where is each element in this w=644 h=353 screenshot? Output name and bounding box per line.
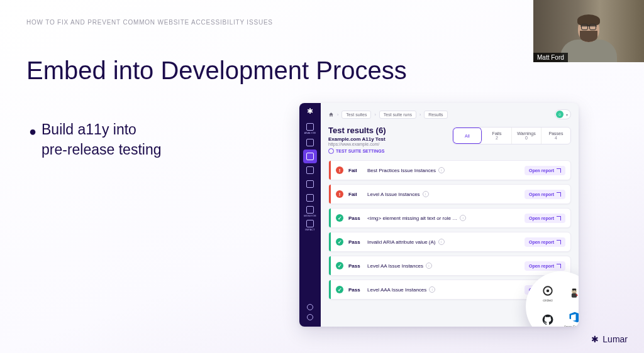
status-edge	[329, 161, 331, 180]
tab-count: 0	[525, 136, 528, 140]
check-icon: ✓	[336, 214, 343, 222]
check-icon: ✓	[336, 286, 343, 293]
status-edge	[329, 280, 331, 299]
sidebar-item[interactable]: IMPACT	[303, 219, 317, 232]
avatar: ☺	[556, 111, 564, 118]
info-icon[interactable]: i	[438, 239, 445, 245]
status-label: Pass	[348, 287, 367, 293]
gear-icon	[328, 148, 334, 154]
filter-tab[interactable]: Fails2	[482, 128, 512, 144]
status-label: Pass	[348, 239, 367, 245]
open-report-label: Open report	[529, 192, 554, 197]
tab-label: Fails	[492, 131, 502, 136]
sidebar-item-label: MONITOR	[304, 214, 316, 217]
status-edge	[329, 232, 331, 251]
open-report-button[interactable]: Open report	[525, 261, 565, 271]
external-link-icon	[557, 192, 561, 197]
sidebar-item-icon	[306, 123, 314, 131]
integration-logo	[568, 287, 579, 300]
app-main: › Test suites › Test suite runs › Result…	[321, 103, 579, 327]
test-name: Example.com A11y Test	[328, 136, 386, 142]
result-title: Invalid ARIA attribute value (A)i	[367, 239, 525, 245]
bullet-line-1: Build a11y into	[42, 119, 162, 139]
integration-logo: circleci	[541, 285, 554, 302]
presenter-webcam: Matt Ford	[533, 0, 644, 62]
tab-count: 4	[555, 136, 557, 140]
test-results-list: !FailBest Practices Issue InstancesiOpen…	[328, 160, 571, 300]
open-report-button[interactable]: Open report	[525, 166, 565, 175]
status-label: Fail	[348, 192, 367, 197]
bullet-line-2: pre-release testing	[42, 139, 162, 160]
sidebar-item[interactable]: ANALYZE	[303, 122, 317, 136]
check-icon: ✓	[336, 262, 343, 269]
sidebar-item-icon	[306, 194, 314, 202]
open-report-button[interactable]: Open report	[525, 190, 565, 199]
info-icon[interactable]: i	[429, 286, 435, 293]
bullet-item: ● Build a11y into pre-release testing	[42, 119, 162, 160]
tab-label: All	[465, 134, 470, 138]
check-icon: ✓	[336, 238, 343, 246]
app-screenshot: ✱ ANALYZEMONITORIMPACT › Test suites › T…	[299, 103, 579, 327]
filter-tab[interactable]: All	[453, 128, 482, 144]
user-menu[interactable]: ☺ ▾	[555, 109, 571, 119]
test-result-row: !FailLevel A Issue InstancesiOpen report	[328, 184, 571, 204]
sidebar-item[interactable]	[303, 163, 317, 177]
integration-logo	[541, 313, 554, 326]
app-logo-icon[interactable]: ✱	[307, 107, 313, 116]
jenkins-icon	[568, 287, 579, 300]
sidebar-item[interactable]	[303, 136, 317, 149]
sidebar-settings-icon[interactable]	[307, 314, 313, 320]
sidebar-item-label: ANALYZE	[304, 131, 316, 134]
filter-tab[interactable]: Passes4	[541, 128, 570, 144]
sidebar-help-icon[interactable]	[307, 304, 313, 310]
sidebar-item-icon	[306, 166, 314, 174]
sidebar-item-icon	[306, 180, 314, 188]
open-report-button[interactable]: Open report	[525, 237, 565, 247]
sidebar-item[interactable]: MONITOR	[303, 205, 317, 219]
sidebar-item[interactable]	[303, 177, 317, 191]
breadcrumb: › Test suites › Test suite runs › Result…	[328, 111, 448, 119]
external-link-icon	[557, 264, 561, 268]
integration-label: circleci	[543, 298, 552, 302]
sidebar-item[interactable]	[303, 149, 317, 163]
test-suite-settings-link[interactable]: TEST SUITE SETTINGS	[328, 148, 386, 154]
filter-tabs: AllFails2Warnings0Passes4	[452, 127, 571, 144]
svg-point-5	[575, 290, 576, 291]
sidebar-item-label: IMPACT	[305, 228, 314, 231]
external-link-icon	[557, 216, 561, 220]
breadcrumb-item[interactable]: Test suite runs	[379, 111, 416, 119]
external-link-icon	[557, 240, 561, 244]
home-icon[interactable]	[328, 112, 334, 117]
github-icon	[541, 313, 554, 326]
filter-tab[interactable]: Warnings0	[512, 128, 541, 144]
open-report-label: Open report	[529, 264, 554, 268]
info-icon[interactable]: i	[438, 167, 445, 173]
test-result-row: ✓Pass<img> element missing alt text or r…	[328, 208, 571, 228]
integration-label: Azure DevOps	[564, 325, 579, 327]
azure-devops-icon	[568, 311, 579, 323]
error-icon: !	[336, 190, 343, 198]
test-url: https://www.example.com/	[328, 142, 386, 146]
page-title: Test results (6)	[328, 126, 386, 135]
open-report-button[interactable]: Open report	[525, 214, 565, 223]
status-edge	[329, 256, 331, 275]
info-icon[interactable]: i	[423, 191, 429, 197]
status-label: Pass	[348, 215, 367, 221]
result-title: Best Practices Issue Instancesi	[367, 167, 525, 173]
result-title: Level AA Issue Instancesi	[367, 263, 525, 269]
breadcrumb-item[interactable]: Results	[424, 111, 447, 119]
lumar-brand: ✱ Lumar	[591, 334, 628, 344]
tab-count: 2	[496, 136, 498, 140]
slide-title: Embed into Development Process	[26, 57, 407, 85]
slide-subheader: HOW TO FIX AND PREVENT COMMON WEBSITE AC…	[26, 19, 273, 26]
open-report-label: Open report	[529, 168, 554, 173]
breadcrumb-item[interactable]: Test suites	[341, 111, 371, 119]
svg-point-1	[547, 290, 550, 293]
presenter-name-tag: Matt Ford	[533, 53, 568, 62]
info-icon[interactable]: i	[426, 263, 432, 269]
sidebar-item[interactable]	[303, 191, 317, 205]
info-icon[interactable]: i	[460, 215, 466, 221]
bullet-dot-icon: ●	[29, 124, 36, 139]
chevron-down-icon: ▾	[566, 112, 568, 117]
lumar-logo-icon: ✱	[591, 334, 599, 344]
